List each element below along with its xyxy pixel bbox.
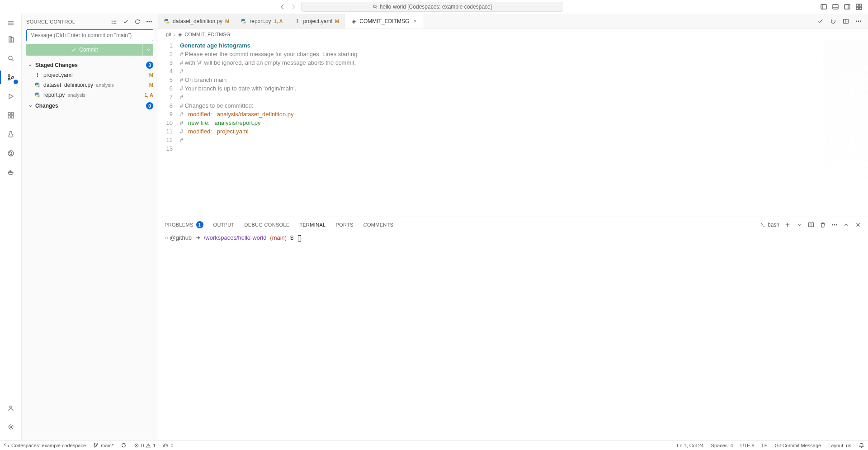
editor-area: dataset_definition.pyMreport.py1, A!proj… (158, 14, 868, 440)
problems-indicator[interactable]: 01 (130, 441, 159, 450)
file-icon: ! (34, 72, 41, 78)
terminal-content[interactable]: ○ @github ➜ /workspaces/hello-world (mai… (158, 232, 868, 440)
tab-comments[interactable]: COMMENTS (363, 222, 394, 227)
svg-point-8 (9, 56, 12, 60)
close-panel-icon[interactable] (854, 221, 862, 228)
menu-icon[interactable] (0, 16, 22, 30)
nav-forward-icon[interactable] (289, 3, 297, 11)
customize-layout-icon[interactable] (855, 3, 863, 10)
indentation[interactable]: Spaces: 4 (708, 441, 737, 450)
changes-label: Changes (35, 103, 58, 109)
new-terminal-icon[interactable] (784, 221, 791, 228)
testing-icon[interactable] (0, 125, 22, 144)
tab-status: 1, A (274, 19, 283, 24)
tab-close-icon[interactable]: × (412, 18, 418, 24)
svg-point-25 (151, 21, 152, 22)
svg-rect-14 (11, 116, 14, 118)
svg-rect-20 (10, 171, 11, 171)
file-icon (34, 82, 41, 88)
sync-indicator[interactable] (117, 441, 130, 450)
status-bar: Codespaces: example codespace main* 01 0… (0, 440, 868, 450)
svg-rect-13 (8, 116, 10, 118)
tab-ports[interactable]: PORTS (335, 222, 353, 227)
command-center[interactable]: hello-world [Codespaces: example codespa… (301, 2, 563, 12)
more-actions-icon[interactable] (145, 18, 153, 26)
accept-commit-icon[interactable] (816, 17, 825, 25)
github-icon[interactable] (0, 144, 22, 163)
svg-point-35 (856, 21, 857, 22)
tab-output[interactable]: OUTPUT (213, 222, 235, 227)
branch-indicator[interactable]: main* (90, 441, 117, 450)
commit-dropdown[interactable] (142, 44, 153, 56)
svg-point-39 (832, 224, 833, 225)
command-center-text: hello-world [Codespaces: example codespa… (380, 4, 492, 10)
source-control-icon[interactable] (0, 68, 22, 87)
commit-check-icon[interactable] (122, 18, 130, 26)
remote-indicator[interactable]: Codespaces: example codespace (0, 441, 90, 450)
commit-button[interactable]: Commit (26, 44, 142, 56)
explorer-icon[interactable] (0, 30, 22, 49)
svg-point-29 (38, 96, 39, 97)
tab-problems[interactable]: PROBLEMS1 (165, 221, 203, 228)
staged-label: Staged Changes (35, 62, 78, 68)
svg-point-10 (8, 78, 10, 80)
nav-back-icon[interactable] (278, 3, 287, 11)
search-icon[interactable] (0, 49, 22, 68)
tab-label: report.py (250, 18, 271, 24)
commit-button-label: Commit (79, 47, 98, 53)
terminal-shell-label[interactable]: bash (760, 222, 779, 228)
svg-point-22 (10, 426, 12, 428)
tab-label: project.yaml (303, 18, 332, 24)
run-debug-icon[interactable] (0, 87, 22, 106)
tab-more-icon[interactable] (854, 17, 863, 25)
staged-file[interactable]: !project.yamlM (26, 70, 153, 80)
svg-rect-1 (821, 5, 826, 9)
discard-icon[interactable] (829, 17, 837, 25)
staged-file[interactable]: report.py analysis1, A (26, 90, 153, 100)
notifications-icon[interactable] (855, 441, 868, 450)
layout-panel-icon[interactable] (832, 3, 839, 10)
cursor-position[interactable]: Ln 1, Col 24 (673, 441, 707, 450)
split-editor-icon[interactable] (842, 17, 850, 25)
split-terminal-icon[interactable] (807, 221, 815, 228)
editor-tab[interactable]: !project.yamlM (288, 14, 345, 28)
view-as-tree-icon[interactable] (110, 18, 118, 26)
settings-gear-icon[interactable] (0, 417, 22, 436)
maximize-panel-icon[interactable] (843, 221, 850, 228)
accounts-icon[interactable] (0, 398, 22, 417)
editor-tab[interactable]: ◈COMMIT_EDITMSG× (345, 14, 424, 28)
changes-header[interactable]: Changes 0 (26, 101, 153, 111)
eol[interactable]: LF (758, 441, 771, 450)
docker-icon[interactable] (0, 163, 22, 182)
editor-tab[interactable]: report.py1, A (235, 14, 288, 28)
extensions-icon[interactable] (0, 106, 22, 125)
kill-terminal-icon[interactable] (819, 221, 826, 228)
svg-point-40 (834, 224, 835, 225)
tab-terminal[interactable]: TERMINAL (299, 222, 326, 229)
staged-file[interactable]: dataset_definition.py analysisM (26, 80, 153, 90)
svg-point-43 (94, 446, 95, 447)
breadcrumb[interactable]: .git › ◈ COMMIT_EDITMSG (158, 29, 868, 40)
terminal-dropdown-icon[interactable] (796, 221, 803, 228)
file-name: dataset_definition.py (43, 82, 93, 88)
editor-body[interactable]: 12345678910111213 Generate age histogram… (158, 40, 868, 217)
tab-label: dataset_definition.py (173, 18, 222, 24)
svg-rect-3 (844, 5, 850, 9)
editor-tab[interactable]: dataset_definition.pyM (158, 14, 235, 28)
file-status: M (149, 82, 153, 88)
file-dir: analysis (96, 82, 114, 88)
layout-sidebar-right-icon[interactable] (844, 3, 851, 10)
commit-message-input[interactable] (26, 29, 153, 41)
ports-indicator[interactable]: 0 (159, 441, 177, 450)
svg-point-24 (149, 21, 150, 22)
encoding[interactable]: UTF-8 (737, 441, 758, 450)
tab-debug-console[interactable]: DEBUG CONSOLE (245, 222, 290, 227)
panel-more-icon[interactable] (831, 221, 838, 228)
minimap[interactable] (823, 40, 868, 217)
language-mode[interactable]: Git Commit Message (771, 441, 825, 450)
refresh-icon[interactable] (133, 18, 142, 26)
staged-changes-header[interactable]: Staged Changes 3 (26, 60, 153, 70)
keyboard-layout[interactable]: Layout: us (825, 441, 855, 450)
layout-sidebar-left-icon[interactable] (820, 3, 827, 10)
svg-point-36 (858, 21, 859, 22)
